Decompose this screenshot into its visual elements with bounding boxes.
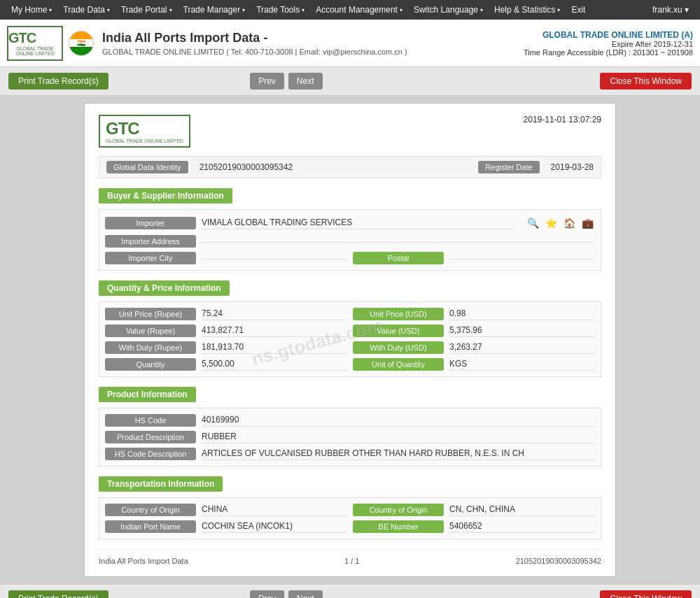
- unit-of-quantity-label: Unit of Quantity: [353, 358, 444, 371]
- nav-helpstats[interactable]: Help & Statistics ▾: [489, 0, 566, 20]
- user-menu[interactable]: frank.xu ▾: [647, 5, 694, 15]
- nav-trademanager[interactable]: Trade Manager ▾: [178, 0, 251, 20]
- nav-helpstats-arrow: ▾: [557, 7, 560, 13]
- quantity-price-section: Quantity & Price Information ns.gtodata.…: [99, 280, 601, 377]
- print-button-bottom[interactable]: Print Trade Record(s): [8, 590, 108, 598]
- hs-code-value: 40169990: [202, 415, 595, 427]
- nav-switchlang-arrow: ▾: [480, 7, 483, 13]
- value-usd-label: Value (USD): [353, 325, 444, 337]
- unit-price-rupee-label: Unit Price (Rupee): [105, 308, 196, 320]
- importer-row: Importer VIMALA GLOBAL TRADING SERVICES …: [105, 215, 595, 231]
- register-date-label: Register Date: [478, 161, 539, 173]
- port-be-row: Indian Port Name COCHIN SEA (INCOK1) BE …: [105, 520, 595, 533]
- transportation-section: Transportation Information Country of Or…: [99, 476, 601, 539]
- logo-sub: GLOBAL TRADE ONLINE LIMITED: [8, 46, 62, 56]
- importer-label: Importer: [105, 217, 196, 229]
- indian-port-value: COCHIN SEA (INCOK1): [202, 521, 347, 533]
- next-button-bottom[interactable]: Next: [288, 590, 323, 598]
- nav-exit[interactable]: Exit: [566, 0, 591, 20]
- record-logo-sub: GLOBAL TRADE ONLINE LIMITED: [106, 138, 183, 143]
- card-footer-id: 21052019030003095342: [516, 557, 601, 565]
- value-row: Value (Rupee) 413,827.71 Value (USD) 5,3…: [105, 325, 595, 337]
- value-rupee-label: Value (Rupee): [105, 325, 196, 337]
- country-of-origin2-value: CN, CHN, CHINA: [449, 504, 595, 516]
- close-button-top[interactable]: Close This Window: [600, 73, 691, 90]
- product-description-value: RUBBER: [202, 432, 595, 443]
- record-header: GTC GLOBAL TRADE ONLINE LIMITED 2019-11-…: [99, 115, 601, 148]
- print-button-top[interactable]: Print Trade Record(s): [8, 73, 108, 90]
- buyer-supplier-section: Buyer & Supplier Information Importer VI…: [99, 188, 601, 271]
- value-rupee-field: Value (Rupee) 413,827.71: [105, 325, 347, 337]
- importer-address-value: [202, 241, 595, 243]
- hs-code-description-label: HS Code Description: [105, 448, 196, 460]
- buyer-supplier-header: Buyer & Supplier Information: [99, 188, 232, 204]
- nav-tradedata[interactable]: Trade Data ▾: [57, 0, 115, 20]
- importer-address-row: Importer Address: [105, 235, 595, 248]
- expire-date: Expire After 2019-12-31: [524, 40, 693, 48]
- record-logo: GTC GLOBAL TRADE ONLINE LIMITED: [99, 115, 190, 148]
- home-icon[interactable]: 🏠: [561, 215, 577, 231]
- product-section: Product Information HS Code 40169990 Pro…: [99, 387, 601, 467]
- nav-accountmgmt[interactable]: Account Management ▾: [310, 0, 408, 20]
- prev-button-bottom[interactable]: Prev: [250, 590, 284, 598]
- card-footer-page: 1 / 1: [344, 557, 359, 565]
- header-contact: GLOBAL TRADE ONLINE LIMITED ( Tel: 400-7…: [102, 48, 407, 56]
- star-icon[interactable]: ⭐: [543, 215, 559, 231]
- quantity-price-body: ns.gtodata.com Unit Price (Rupee) 75.24 …: [99, 301, 601, 377]
- country-of-origin-field: Country of Origin CHINA: [105, 504, 347, 516]
- quantity-price-header: Quantity & Price Information: [99, 280, 230, 296]
- identity-value: 21052019030003095342: [200, 162, 468, 172]
- importer-city-label: Importer City: [105, 252, 196, 264]
- hs-code-description-row: HS Code Description ARTICLES OF VULCANIS…: [105, 448, 595, 460]
- logo-text: GTC: [8, 30, 62, 46]
- nav-tradeportal-arrow: ▾: [169, 7, 172, 13]
- india-flag: 🇮🇳: [69, 31, 94, 56]
- nav-switchlang[interactable]: Switch Language ▾: [408, 0, 489, 20]
- country-of-origin-row: Country of Origin CHINA Country of Origi…: [105, 504, 595, 516]
- hs-code-label: HS Code: [105, 414, 196, 427]
- product-body: HS Code 40169990 Product Description RUB…: [99, 408, 601, 467]
- nav-tradetools[interactable]: Trade Tools ▾: [251, 0, 310, 20]
- with-duty-rupee-value: 181,913.70: [202, 342, 347, 354]
- next-button-top[interactable]: Next: [288, 73, 323, 90]
- be-number-value: 5406652: [449, 521, 595, 533]
- prev-button-top[interactable]: Prev: [250, 73, 284, 90]
- record-timestamp: 2019-11-01 13:07:29: [524, 115, 601, 124]
- hs-code-row: HS Code 40169990: [105, 414, 595, 427]
- value-usd-value: 5,375.96: [449, 325, 595, 337]
- product-description-label: Product Description: [105, 431, 196, 443]
- nav-myhome[interactable]: My Home ▾: [6, 0, 57, 20]
- page-title: India All Ports Import Data -: [102, 31, 407, 45]
- be-number-field: BE Number 5406652: [353, 520, 595, 533]
- be-number-label: BE Number: [353, 520, 444, 533]
- header-title-area: India All Ports Import Data - GLOBAL TRA…: [102, 31, 407, 56]
- unit-of-quantity-value: KGS: [449, 359, 595, 371]
- identity-label: Global Data Identity: [106, 161, 188, 173]
- record-card: GTC GLOBAL TRADE ONLINE LIMITED 2019-11-…: [84, 103, 616, 577]
- briefcase-icon[interactable]: 💼: [580, 215, 595, 231]
- logo-area: GTC GLOBAL TRADE ONLINE LIMITED 🇮🇳: [7, 26, 94, 61]
- top-navigation: My Home ▾ Trade Data ▾ Trade Portal ▾ Tr…: [0, 0, 700, 20]
- country-of-origin-value: CHINA: [202, 504, 347, 516]
- bottom-toolbar: Print Trade Record(s) Prev Next Close Th…: [0, 584, 700, 598]
- nav-myhome-arrow: ▾: [49, 7, 52, 13]
- postal-label: Postal: [353, 252, 444, 264]
- product-header: Product Information: [99, 387, 196, 402]
- with-duty-rupee-field: With Duty (Rupee) 181,913.70: [105, 341, 347, 354]
- unit-of-quantity-field: Unit of Quantity KGS: [353, 358, 595, 371]
- close-button-bottom[interactable]: Close This Window: [600, 590, 691, 598]
- identity-row: Global Data Identity 2105201903000309534…: [99, 156, 601, 178]
- importer-city-value: [202, 257, 347, 259]
- unit-price-usd-value: 0.98: [449, 308, 595, 320]
- nav-tradetools-arrow: ▾: [302, 7, 304, 13]
- quantity-value: 5,500.00: [202, 359, 347, 371]
- postal-value: [449, 257, 595, 259]
- search-icon[interactable]: 🔍: [525, 215, 540, 231]
- record-logo-text: GTC: [106, 119, 183, 138]
- nav-tradeportal[interactable]: Trade Portal ▾: [115, 0, 178, 20]
- unit-price-usd-field: Unit Price (USD) 0.98: [353, 308, 595, 320]
- quantity-field: Quantity 5,500.00: [105, 358, 347, 371]
- quantity-row: Quantity 5,500.00 Unit of Quantity KGS: [105, 358, 595, 371]
- time-range: Time Range Accessible (LDR) : 201301 ~ 2…: [524, 48, 693, 57]
- importer-city-row: Importer City Postal: [105, 252, 595, 264]
